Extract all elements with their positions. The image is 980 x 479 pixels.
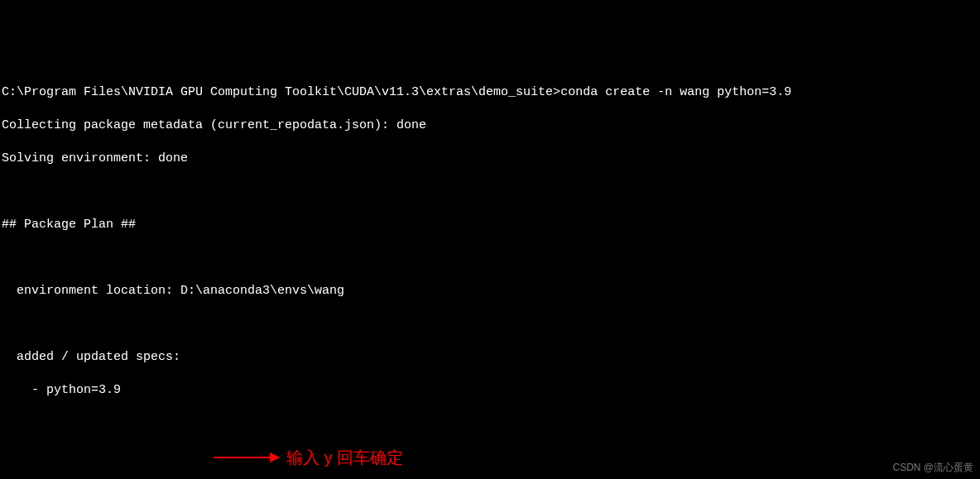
annotation-text: 输入 y 回车确定	[286, 449, 403, 466]
blank-line	[2, 184, 980, 200]
collecting-status: Collecting package metadata (current_rep…	[2, 117, 980, 134]
specs-item: - python=3.9	[2, 382, 980, 399]
arrow-icon	[214, 449, 280, 466]
terminal-output: C:\Program Files\NVIDIA GPU Computing To…	[0, 66, 980, 479]
env-location-value: D:\anaconda3\envs\wang	[180, 284, 344, 298]
env-location-label: environment location:	[17, 284, 180, 298]
blank-line	[2, 415, 980, 432]
environment-location: environment location: D:\anaconda3\envs\…	[2, 283, 980, 299]
blank-line	[2, 316, 980, 333]
command-text: conda create -n wang python=3.9	[560, 85, 791, 99]
package-plan-header: ## Package Plan ##	[2, 217, 980, 233]
solving-status: Solving environment: done	[2, 151, 980, 167]
annotation: 输入 y 回车确定	[214, 449, 403, 466]
blank-line	[2, 250, 980, 266]
specs-label: added / updated specs:	[2, 349, 980, 366]
prompt-path: C:\Program Files\NVIDIA GPU Computing To…	[2, 85, 560, 99]
watermark: CSDN @流心蛋黄	[892, 459, 973, 476]
blank-line	[2, 448, 980, 465]
command-prompt-line: C:\Program Files\NVIDIA GPU Computing To…	[2, 84, 980, 101]
